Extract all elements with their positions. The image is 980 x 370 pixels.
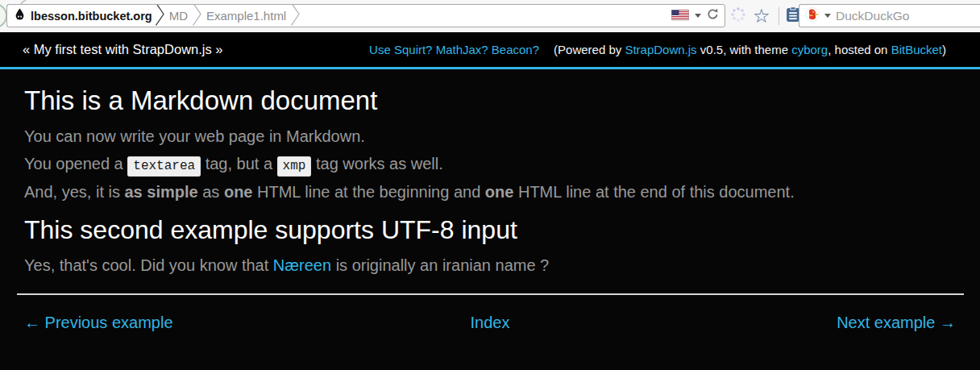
search-bar[interactable]	[799, 4, 980, 27]
search-input[interactable]	[836, 9, 974, 23]
text-part: tag works as well.	[311, 155, 442, 173]
code-textarea: textarea	[127, 156, 201, 177]
paragraph-naereen: Yes, that's cool. Did you know that Nære…	[24, 255, 956, 276]
powered-by-text: (Powered by StrapDown.js v0.5, with them…	[554, 43, 946, 56]
heading-utf8: This second example supports UTF-8 input	[24, 215, 956, 245]
url-bar[interactable]: lbesson.bitbucket.org MD Example1.html	[6, 4, 725, 27]
text-part: Yes, that's cool. Did you know that	[24, 256, 273, 274]
dropdown-caret-icon[interactable]	[695, 14, 701, 18]
browser-toolbar: lbesson.bitbucket.org MD Example1.html	[0, 0, 980, 32]
us-flag-icon[interactable]	[671, 9, 689, 23]
text-part: And, yes, it is	[24, 183, 125, 201]
powered-mid2: , hosted on	[828, 43, 891, 56]
bookmark-star-icon[interactable]: ☆	[753, 0, 770, 32]
breadcrumb-page[interactable]: Example1.html	[201, 9, 291, 23]
paragraph-tags: You opened a textarea tag, but a xmp tag…	[24, 153, 956, 175]
strapdown-link[interactable]: StrapDown.js	[625, 43, 696, 56]
powered-mid1: v0.5, with theme	[697, 43, 792, 56]
document-body: This is a Markdown document You can now …	[0, 69, 980, 370]
text-part: You opened a	[24, 155, 127, 173]
paragraph-simple: And, yes, it is as simple as one HTML li…	[24, 181, 956, 202]
pager-footer: ← Previous example Index Next example →	[24, 314, 956, 332]
drop-icon	[14, 8, 26, 23]
powered-suffix: )	[942, 43, 946, 56]
breadcrumb-site-segment[interactable]: lbesson.bitbucket.org	[6, 4, 156, 27]
page-navbar: « My first test with StrapDown.js » Use …	[0, 32, 980, 69]
bold-as-simple: as simple	[125, 183, 198, 201]
heading-markdown-document: This is a Markdown document	[24, 85, 956, 116]
text-part: is originally an iranian name ?	[331, 256, 549, 274]
breadcrumb-domain[interactable]: lbesson.bitbucket.org	[31, 10, 152, 23]
next-example-link[interactable]: Next example →	[837, 314, 956, 331]
reload-icon[interactable]	[707, 8, 719, 23]
search-engine-caret-icon[interactable]	[824, 14, 831, 18]
paragraph-intro: You can now write your web page in Markd…	[24, 126, 956, 147]
breadcrumb-folder[interactable]: MD	[164, 9, 193, 23]
previous-example-link[interactable]: ← Previous example	[24, 314, 173, 331]
chevron-right-icon	[156, 4, 164, 27]
index-link[interactable]: Index	[471, 314, 510, 331]
text-part: HTML line at the beginning and	[252, 183, 484, 201]
bold-one: one	[224, 183, 253, 201]
code-xmp: xmp	[277, 156, 312, 177]
text-part: tag, but a	[201, 155, 277, 173]
chevron-right-icon	[291, 4, 300, 27]
theme-cyborg-link[interactable]: cyborg	[791, 43, 828, 56]
duckduckgo-icon[interactable]	[805, 7, 820, 25]
navbar-links[interactable]: Use Squirt? MathJax? Beacon?	[369, 43, 539, 56]
chevron-right-icon	[193, 4, 201, 27]
bookmarks-menu-icon[interactable]	[786, 6, 800, 26]
toolbar-separator	[779, 7, 779, 25]
text-part: as	[198, 183, 224, 201]
powered-prefix: (Powered by	[554, 43, 625, 56]
bold-one: one	[485, 183, 514, 201]
bitbucket-link[interactable]: BitBucket	[891, 43, 942, 56]
naereen-link[interactable]: Næreen	[273, 256, 331, 274]
loading-spinner-icon	[730, 6, 746, 26]
navbar-brand: « My first test with StrapDown.js »	[23, 42, 223, 57]
text-part: HTML line at the end of this document.	[513, 183, 794, 201]
divider	[17, 293, 964, 295]
